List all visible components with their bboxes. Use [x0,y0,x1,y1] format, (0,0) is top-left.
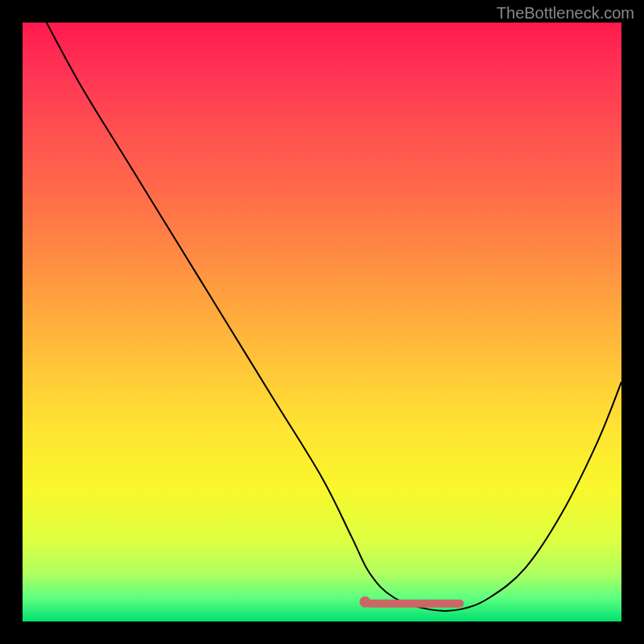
chart-container: TheBottleneck.com [0,0,644,644]
bottleneck-curve [47,23,621,611]
chart-svg [23,23,621,621]
plot-area [23,23,621,621]
watermark-text: TheBottleneck.com [497,4,634,23]
